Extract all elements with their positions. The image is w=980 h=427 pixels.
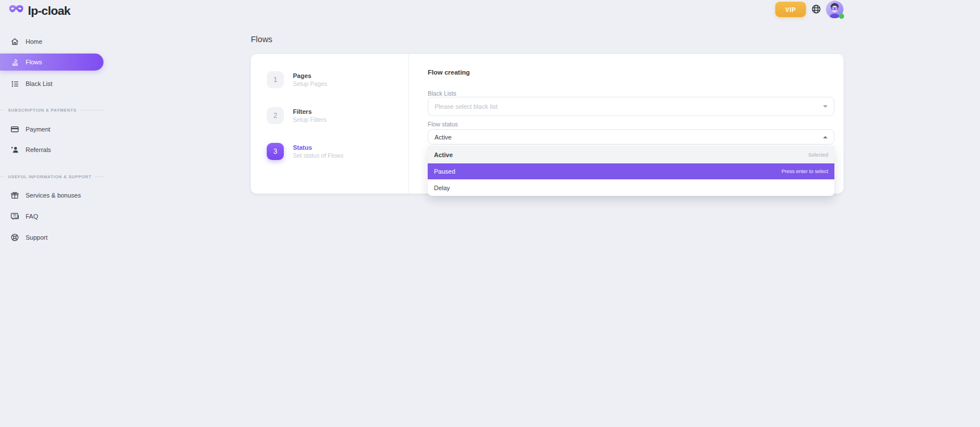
- step-subtitle: Setup Filters: [293, 116, 326, 124]
- faq-glyph: ?!: [13, 214, 16, 217]
- avatar[interactable]: [826, 1, 843, 18]
- step-subtitle: Set status of Flows: [293, 151, 344, 160]
- blacklist-icon: [10, 79, 19, 88]
- sidebar-item-support[interactable]: Support: [0, 229, 104, 245]
- sidebar-item-services[interactable]: Services & bonuses: [0, 187, 104, 203]
- step-text: Pages Setup Pages: [293, 71, 327, 88]
- step-subtitle: Setup Pages: [293, 80, 327, 88]
- sidebar-item-faq[interactable]: ?! FAQ: [0, 208, 104, 224]
- step-filters[interactable]: 2 Filters Setup Filters: [267, 107, 398, 124]
- sidebar-item-payment[interactable]: Payment: [0, 121, 104, 137]
- brand-logo[interactable]: lp-cloak: [9, 3, 71, 18]
- flow-status-value: Active: [435, 134, 452, 141]
- caret-down-icon: [823, 105, 828, 108]
- home-icon: [10, 37, 19, 46]
- flow-creating-form: Flow creating Black Lists Please select …: [409, 54, 843, 194]
- option-delay[interactable]: Delay: [428, 179, 834, 196]
- step-text: Filters Setup Filters: [293, 107, 326, 124]
- brand-name: lp-cloak: [28, 4, 71, 18]
- flow-status-dropdown: Active Selected Paused Press enter to se…: [428, 146, 834, 196]
- option-label: Paused: [434, 168, 455, 175]
- step-title: Filters: [293, 108, 326, 116]
- step-status[interactable]: 3 Status Set status of Flows: [267, 143, 398, 160]
- sidebar-item-black-list[interactable]: Black List: [0, 76, 104, 92]
- section-title: USEFUL INFORMATION & SUPPORT: [8, 174, 92, 179]
- payment-card-icon: [10, 125, 19, 134]
- option-label: Active: [434, 151, 453, 158]
- flow-status-select[interactable]: Active: [428, 129, 834, 145]
- lifebuoy-icon: [10, 233, 19, 242]
- option-label: Delay: [434, 184, 450, 191]
- flow-wizard-card: 1 Pages Setup Pages 2 Filters Setup Filt…: [251, 54, 843, 194]
- option-hint-selected: Selected: [808, 152, 828, 158]
- mask-icon: [9, 3, 24, 18]
- faq-bubble-icon: ?!: [10, 212, 19, 221]
- sidebar-item-label: Services & bonuses: [26, 192, 81, 199]
- form-title: Flow creating: [428, 69, 470, 76]
- step-text: Status Set status of Flows: [293, 143, 344, 160]
- sidebar-section-support: USEFUL INFORMATION & SUPPORT: [0, 173, 104, 180]
- sidebar-section-subscription: SUBSCRIPTION & PAYMENTS: [0, 106, 104, 113]
- referrals-person-icon: [10, 145, 19, 154]
- step-title: Status: [293, 143, 344, 151]
- globe-icon[interactable]: [811, 4, 821, 14]
- page-title: Flows: [251, 35, 272, 44]
- caret-up-icon: [823, 136, 828, 138]
- online-status-dot: [839, 14, 844, 19]
- sidebar: lp-cloak Home Flows: [0, 0, 114, 427]
- option-active[interactable]: Active Selected: [428, 146, 834, 163]
- gift-icon: [10, 191, 19, 200]
- black-lists-label: Black Lists: [428, 90, 456, 97]
- sidebar-item-referrals[interactable]: Referrals: [0, 142, 104, 158]
- step-title: Pages: [293, 72, 327, 80]
- sidebar-item-label: Support: [26, 234, 48, 241]
- sidebar-item-label: FAQ: [26, 213, 38, 220]
- option-paused[interactable]: Paused Press enter to select: [428, 163, 834, 179]
- black-lists-select[interactable]: Please select black list: [428, 97, 834, 116]
- sidebar-item-flows[interactable]: Flows: [0, 54, 104, 71]
- option-hint-press-enter: Press enter to select: [781, 169, 828, 174]
- vip-button[interactable]: VIP: [775, 2, 806, 17]
- sidebar-item-label: Flows: [26, 59, 42, 65]
- black-lists-placeholder: Please select black list: [435, 103, 498, 110]
- step-pages[interactable]: 1 Pages Setup Pages: [267, 71, 398, 88]
- flows-stack-icon: [10, 58, 19, 67]
- flow-status-label: Flow status: [428, 121, 458, 128]
- step-number-badge: 3: [267, 143, 284, 160]
- sidebar-item-home[interactable]: Home: [0, 34, 104, 50]
- sidebar-item-label: Home: [26, 38, 42, 45]
- step-number-badge: 1: [267, 71, 284, 88]
- section-title: SUBSCRIPTION & PAYMENTS: [8, 108, 76, 113]
- sidebar-item-label: Black List: [26, 80, 52, 87]
- sidebar-item-label: Referrals: [26, 146, 51, 153]
- sidebar-item-label: Payment: [26, 126, 50, 133]
- step-number-badge: 2: [267, 107, 284, 124]
- steps-panel: 1 Pages Setup Pages 2 Filters Setup Filt…: [251, 54, 409, 194]
